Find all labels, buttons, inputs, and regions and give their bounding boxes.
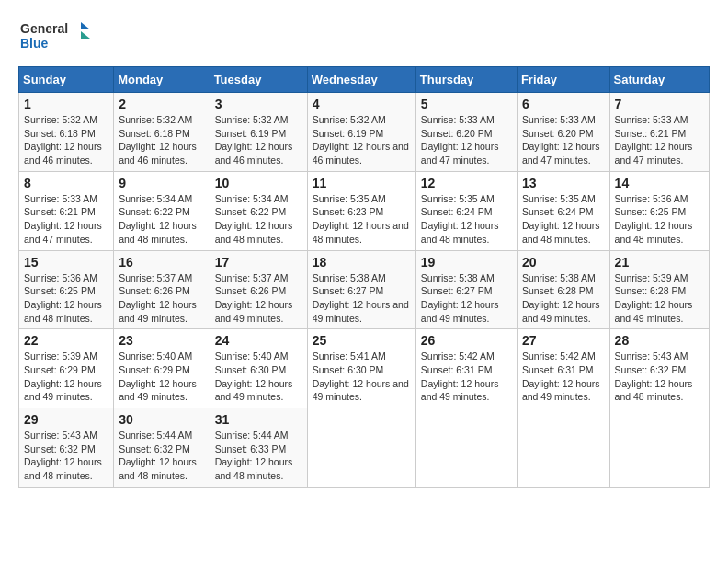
day-number: 27 — [522, 333, 605, 348]
calendar-cell: 16 Sunrise: 5:37 AMSunset: 6:26 PMDaylig… — [114, 250, 210, 329]
svg-marker-3 — [81, 31, 90, 39]
day-detail: Sunrise: 5:35 AMSunset: 6:23 PMDaylight:… — [313, 193, 409, 245]
day-number: 2 — [119, 97, 204, 111]
header-day-thursday: Thursday — [415, 67, 517, 93]
day-detail: Sunrise: 5:44 AMSunset: 6:33 PMDaylight:… — [215, 430, 293, 481]
calendar-cell: 7 Sunrise: 5:33 AMSunset: 6:21 PMDayligh… — [609, 93, 709, 172]
day-detail: Sunrise: 5:32 AMSunset: 6:19 PMDaylight:… — [215, 114, 293, 166]
week-row-4: 29 Sunrise: 5:43 AMSunset: 6:32 PMDaylig… — [19, 408, 710, 488]
day-detail: Sunrise: 5:33 AMSunset: 6:21 PMDaylight:… — [615, 114, 693, 166]
day-number: 6 — [522, 97, 605, 111]
week-row-3: 22 Sunrise: 5:39 AMSunset: 6:29 PMDaylig… — [19, 329, 710, 408]
calendar-cell: 26 Sunrise: 5:42 AMSunset: 6:31 PMDaylig… — [415, 329, 517, 408]
day-detail: Sunrise: 5:37 AMSunset: 6:26 PMDaylight:… — [119, 272, 197, 324]
header-day-wednesday: Wednesday — [307, 67, 415, 93]
calendar-cell: 13 Sunrise: 5:35 AMSunset: 6:24 PMDaylig… — [517, 171, 609, 250]
calendar-cell: 19 Sunrise: 5:38 AMSunset: 6:27 PMDaylig… — [415, 250, 517, 329]
calendar-cell: 27 Sunrise: 5:42 AMSunset: 6:31 PMDaylig… — [517, 329, 609, 408]
day-number: 4 — [313, 97, 411, 111]
calendar-cell: 12 Sunrise: 5:35 AMSunset: 6:24 PMDaylig… — [415, 171, 517, 250]
day-detail: Sunrise: 5:34 AMSunset: 6:22 PMDaylight:… — [215, 193, 293, 245]
svg-text:General: General — [20, 21, 68, 36]
day-number: 17 — [215, 255, 302, 270]
calendar-cell: 4 Sunrise: 5:32 AMSunset: 6:19 PMDayligh… — [307, 93, 415, 172]
week-row-2: 15 Sunrise: 5:36 AMSunset: 6:25 PMDaylig… — [19, 250, 710, 329]
day-number: 11 — [313, 176, 411, 190]
day-detail: Sunrise: 5:41 AMSunset: 6:30 PMDaylight:… — [313, 350, 409, 402]
day-number: 28 — [615, 333, 704, 348]
header: General Blue — [18, 18, 710, 57]
day-number: 15 — [24, 255, 108, 270]
calendar-cell: 30 Sunrise: 5:44 AMSunset: 6:32 PMDaylig… — [114, 408, 210, 488]
day-number: 5 — [421, 97, 512, 111]
calendar-cell: 25 Sunrise: 5:41 AMSunset: 6:30 PMDaylig… — [307, 329, 415, 408]
day-detail: Sunrise: 5:40 AMSunset: 6:30 PMDaylight:… — [215, 350, 293, 402]
calendar-cell — [517, 408, 609, 488]
calendar-cell: 31 Sunrise: 5:44 AMSunset: 6:33 PMDaylig… — [210, 408, 307, 488]
day-number: 9 — [119, 176, 204, 190]
day-number: 12 — [421, 176, 512, 190]
week-row-0: 1 Sunrise: 5:32 AMSunset: 6:18 PMDayligh… — [19, 93, 710, 172]
calendar-cell — [609, 408, 709, 488]
day-number: 25 — [313, 333, 411, 348]
day-detail: Sunrise: 5:43 AMSunset: 6:32 PMDaylight:… — [24, 430, 102, 481]
calendar-cell: 5 Sunrise: 5:33 AMSunset: 6:20 PMDayligh… — [415, 93, 517, 172]
day-number: 10 — [215, 176, 302, 190]
logo-svg: General Blue — [18, 18, 92, 57]
day-detail: Sunrise: 5:42 AMSunset: 6:31 PMDaylight:… — [421, 350, 499, 402]
svg-marker-2 — [81, 22, 90, 29]
svg-text:Blue: Blue — [20, 36, 49, 51]
header-day-monday: Monday — [114, 67, 210, 93]
day-detail: Sunrise: 5:43 AMSunset: 6:32 PMDaylight:… — [615, 350, 693, 402]
day-detail: Sunrise: 5:36 AMSunset: 6:25 PMDaylight:… — [615, 193, 693, 245]
calendar-body: 1 Sunrise: 5:32 AMSunset: 6:18 PMDayligh… — [19, 93, 710, 488]
day-detail: Sunrise: 5:32 AMSunset: 6:18 PMDaylight:… — [119, 114, 197, 166]
calendar-table: SundayMondayTuesdayWednesdayThursdayFrid… — [18, 66, 710, 488]
calendar-cell: 11 Sunrise: 5:35 AMSunset: 6:23 PMDaylig… — [307, 171, 415, 250]
day-number: 30 — [119, 412, 204, 427]
day-detail: Sunrise: 5:42 AMSunset: 6:31 PMDaylight:… — [522, 350, 600, 402]
calendar-cell: 22 Sunrise: 5:39 AMSunset: 6:29 PMDaylig… — [19, 329, 114, 408]
calendar-cell: 15 Sunrise: 5:36 AMSunset: 6:25 PMDaylig… — [19, 250, 114, 329]
day-number: 31 — [215, 412, 302, 427]
calendar-cell — [307, 408, 415, 488]
day-number: 19 — [421, 255, 512, 270]
header-day-sunday: Sunday — [19, 67, 114, 93]
day-number: 7 — [615, 97, 704, 111]
week-row-1: 8 Sunrise: 5:33 AMSunset: 6:21 PMDayligh… — [19, 171, 710, 250]
calendar-cell: 24 Sunrise: 5:40 AMSunset: 6:30 PMDaylig… — [210, 329, 307, 408]
day-detail: Sunrise: 5:35 AMSunset: 6:24 PMDaylight:… — [522, 193, 600, 245]
day-number: 14 — [615, 176, 704, 190]
day-number: 3 — [215, 97, 302, 111]
calendar-cell: 28 Sunrise: 5:43 AMSunset: 6:32 PMDaylig… — [609, 329, 709, 408]
day-detail: Sunrise: 5:33 AMSunset: 6:20 PMDaylight:… — [522, 114, 600, 166]
day-number: 8 — [24, 176, 108, 190]
calendar-cell: 1 Sunrise: 5:32 AMSunset: 6:18 PMDayligh… — [19, 93, 114, 172]
day-number: 21 — [615, 255, 704, 270]
header-row: SundayMondayTuesdayWednesdayThursdayFrid… — [19, 67, 710, 93]
calendar-cell — [415, 408, 517, 488]
day-detail: Sunrise: 5:33 AMSunset: 6:20 PMDaylight:… — [421, 114, 499, 166]
calendar-cell: 23 Sunrise: 5:40 AMSunset: 6:29 PMDaylig… — [114, 329, 210, 408]
calendar-cell: 9 Sunrise: 5:34 AMSunset: 6:22 PMDayligh… — [114, 171, 210, 250]
calendar-cell: 8 Sunrise: 5:33 AMSunset: 6:21 PMDayligh… — [19, 171, 114, 250]
calendar-cell: 6 Sunrise: 5:33 AMSunset: 6:20 PMDayligh… — [517, 93, 609, 172]
day-detail: Sunrise: 5:35 AMSunset: 6:24 PMDaylight:… — [421, 193, 499, 245]
day-number: 23 — [119, 333, 204, 348]
header-day-saturday: Saturday — [609, 67, 709, 93]
calendar-cell: 2 Sunrise: 5:32 AMSunset: 6:18 PMDayligh… — [114, 93, 210, 172]
day-detail: Sunrise: 5:32 AMSunset: 6:19 PMDaylight:… — [313, 114, 409, 166]
day-number: 26 — [421, 333, 512, 348]
day-detail: Sunrise: 5:32 AMSunset: 6:18 PMDaylight:… — [24, 114, 102, 166]
page-container: General Blue SundayMondayTuesdayWednesda… — [18, 18, 710, 488]
day-detail: Sunrise: 5:39 AMSunset: 6:29 PMDaylight:… — [24, 350, 102, 402]
logo: General Blue — [18, 18, 92, 57]
calendar-cell: 20 Sunrise: 5:38 AMSunset: 6:28 PMDaylig… — [517, 250, 609, 329]
calendar-cell: 14 Sunrise: 5:36 AMSunset: 6:25 PMDaylig… — [609, 171, 709, 250]
day-number: 16 — [119, 255, 204, 270]
day-detail: Sunrise: 5:33 AMSunset: 6:21 PMDaylight:… — [24, 193, 102, 245]
header-day-tuesday: Tuesday — [210, 67, 307, 93]
day-detail: Sunrise: 5:38 AMSunset: 6:28 PMDaylight:… — [522, 272, 600, 324]
day-detail: Sunrise: 5:37 AMSunset: 6:26 PMDaylight:… — [215, 272, 293, 324]
day-number: 22 — [24, 333, 108, 348]
